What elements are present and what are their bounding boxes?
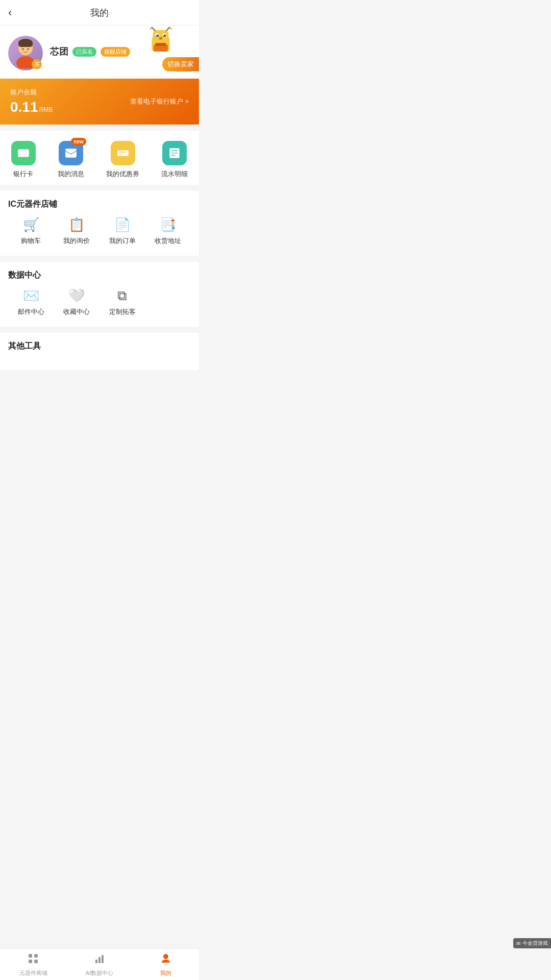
coupon-icon-wrap <box>111 141 135 165</box>
header: ‹ 我的 <box>0 0 199 26</box>
menu-item-my-message[interactable]: new 我的消息 <box>58 141 84 179</box>
cart-label: 购物车 <box>21 236 41 246</box>
svg-rect-28 <box>119 154 124 155</box>
collect-icon: 🤍 <box>68 289 85 302</box>
other-tools-section: 其他工具 <box>0 333 199 370</box>
svg-rect-21 <box>156 43 166 46</box>
balance-amount: 0.11 RMB <box>10 99 53 115</box>
svg-rect-24 <box>19 154 22 155</box>
svg-line-13 <box>170 27 172 29</box>
address-label: 收货地址 <box>155 236 181 246</box>
ic-store-grid: 🛒 购物车 📋 我的询价 📄 我的订单 📑 收货地址 <box>8 218 191 246</box>
svg-line-10 <box>150 27 152 29</box>
svg-rect-32 <box>171 155 176 156</box>
svg-rect-4 <box>18 42 33 47</box>
mail-icon: ✉️ <box>23 289 39 302</box>
data-center-section: 数据中心 ✉️ 邮件中心 🤍 收藏中心 ⧉ 定制拓客 <box>0 262 199 327</box>
inquiry-item[interactable]: 📋 我的询价 <box>54 218 100 246</box>
collect-label: 收藏中心 <box>63 307 90 316</box>
svg-rect-23 <box>18 152 29 153</box>
ic-store-section: IC元器件店铺 🛒 购物车 📋 我的询价 📄 我的订单 📑 收货地址 <box>0 191 199 256</box>
inquiry-icon: 📋 <box>68 218 85 231</box>
ic-store-title: IC元器件店铺 <box>8 199 191 210</box>
mail-label: 邮件中心 <box>18 307 44 316</box>
bank-card-icon <box>17 146 30 160</box>
svg-rect-25 <box>65 149 77 157</box>
custom-label: 定制拓客 <box>109 307 136 316</box>
mascot-icon <box>143 26 179 56</box>
tag-flagship: 旗舰店铺 <box>101 47 130 57</box>
collect-item[interactable]: 🤍 收藏中心 <box>54 289 100 316</box>
coupon-icon <box>116 146 130 160</box>
other-tools-title: 其他工具 <box>8 341 191 352</box>
page-title: 我的 <box>90 7 109 19</box>
custom-icon: ⧉ <box>117 289 127 302</box>
tag-verified: 已实名 <box>72 47 96 57</box>
balance-left: 账户余额 0.11 RMB <box>10 88 53 115</box>
svg-rect-27 <box>119 152 126 153</box>
flow-detail-label: 流水明细 <box>161 169 188 179</box>
address-icon: 📑 <box>160 218 176 231</box>
menu-item-bank-card[interactable]: 银行卡 <box>11 141 36 179</box>
back-button[interactable]: ‹ <box>8 6 12 19</box>
avatar[interactable]: 买 <box>8 36 43 70</box>
svg-point-5 <box>22 48 24 50</box>
data-center-grid: ✉️ 邮件中心 🤍 收藏中心 ⧉ 定制拓客 <box>8 289 191 316</box>
inquiry-label: 我的询价 <box>63 236 90 246</box>
svg-rect-8 <box>153 30 169 42</box>
bank-card-icon-wrap <box>11 141 36 165</box>
address-item[interactable]: 📑 收货地址 <box>145 218 191 246</box>
bank-card-label: 银行卡 <box>13 169 33 179</box>
menu-item-flow-detail[interactable]: 流水明细 <box>161 141 188 179</box>
balance-card: 账户余额 0.11 RMB 查看电子银行账户 > <box>0 79 199 125</box>
cart-item[interactable]: 🛒 购物车 <box>8 218 54 246</box>
menu-item-my-coupon[interactable]: 我的优惠券 <box>106 141 139 179</box>
custom-item[interactable]: ⧉ 定制拓客 <box>99 289 145 316</box>
order-icon: 📄 <box>114 218 131 231</box>
balance-currency: RMB <box>39 106 53 113</box>
mail-item[interactable]: ✉️ 邮件中心 <box>8 289 54 316</box>
svg-rect-30 <box>171 151 178 152</box>
svg-point-19 <box>159 37 163 40</box>
flow-icon-wrap <box>162 141 187 165</box>
message-icon <box>64 146 78 160</box>
message-label: 我的消息 <box>58 169 84 179</box>
balance-label: 账户余额 <box>10 88 53 97</box>
message-icon-wrap: new <box>59 141 83 165</box>
switch-seller-button[interactable]: 切换卖家 <box>162 57 199 71</box>
switch-seller-area: 切换卖家 <box>143 26 199 71</box>
cart-icon: 🛒 <box>23 218 39 231</box>
svg-point-6 <box>28 48 29 50</box>
data-center-title: 数据中心 <box>8 270 191 281</box>
balance-number: 0.11 <box>10 99 38 115</box>
svg-rect-26 <box>117 151 129 156</box>
bank-link[interactable]: 查看电子银行账户 > <box>130 97 189 106</box>
order-label: 我的订单 <box>109 236 136 246</box>
svg-rect-31 <box>171 153 178 154</box>
quick-menu: 银行卡 new 我的消息 我的优惠券 <box>0 131 199 185</box>
new-badge: new <box>71 138 86 145</box>
profile-name: 芯团 <box>50 45 68 58</box>
order-item[interactable]: 📄 我的订单 <box>99 218 145 246</box>
coupon-label: 我的优惠券 <box>106 169 139 179</box>
profile-section: 买 芯团 已实名 旗舰店铺 <box>0 26 199 79</box>
flow-detail-icon <box>168 146 181 160</box>
avatar-badge: 买 <box>32 59 42 69</box>
